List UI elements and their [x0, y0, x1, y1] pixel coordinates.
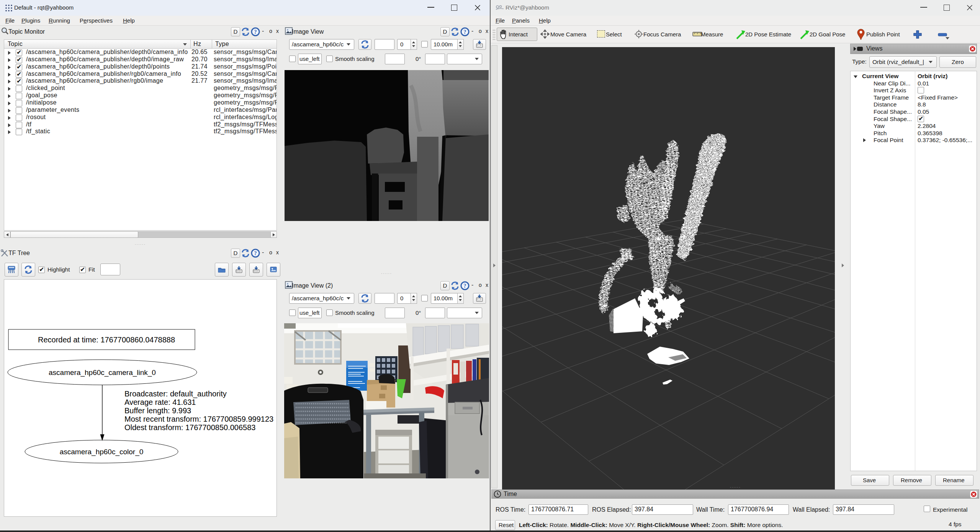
svg-text:?: ? [464, 29, 466, 35]
svg-text:?: ? [464, 283, 466, 289]
svg-text:Most recent transform: 1767700: Most recent transform: 1767700859.999123 [124, 415, 273, 423]
svg-text:?: ? [254, 250, 257, 256]
svg-text:ascamera_hp60c_color_0: ascamera_hp60c_color_0 [60, 448, 144, 456]
svg-text:?: ? [254, 29, 257, 35]
svg-text:Buffer length: 9.993: Buffer length: 9.993 [124, 406, 191, 415]
svg-text:Average rate: 41.631: Average rate: 41.631 [124, 398, 196, 406]
svg-text:Broadcaster: default_authority: Broadcaster: default_authority [124, 390, 227, 398]
svg-text:ascamera_hp60c_camera_link_0: ascamera_hp60c_camera_link_0 [49, 368, 156, 377]
svg-text:Oldest transform: 1767700850.0: Oldest transform: 1767700850.006583 [124, 423, 255, 432]
svg-text:Recorded at time: 1767700860.0: Recorded at time: 1767700860.0478888 [38, 336, 175, 344]
